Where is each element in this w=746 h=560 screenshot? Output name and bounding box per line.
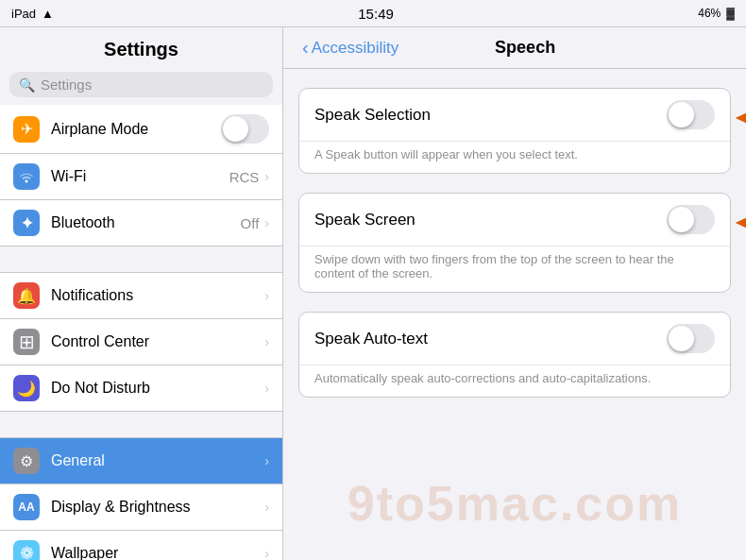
content-header: ‹ Accessibility Speech [283, 27, 746, 69]
speak-selection-description: A Speak button will appear when you sele… [299, 142, 730, 173]
sidebar-item-display[interactable]: AA Display & Brightness › [0, 484, 282, 531]
search-bar[interactable]: 🔍 Settings [9, 72, 273, 97]
general-label: General [51, 452, 264, 469]
speak-auto-text-section: Speak Auto-text Automatically speak auto… [298, 312, 731, 398]
search-icon: 🔍 [19, 77, 35, 93]
watermark: 9to5mac.com [348, 475, 682, 532]
back-button[interactable]: ‹ Accessibility [302, 37, 398, 59]
speak-screen-section: Speak Screen Swipe down with two fingers… [298, 193, 731, 293]
notifications-chevron: › [264, 288, 269, 303]
arrow-annotation-1: ➤ [734, 99, 746, 135]
do-not-disturb-icon: 🌙 [13, 375, 40, 401]
content-title: Speech [398, 38, 652, 58]
control-center-label: Control Center [51, 333, 264, 350]
speak-auto-text-row: Speak Auto-text [299, 313, 730, 365]
search-bar-container: 🔍 Settings [0, 68, 282, 105]
sidebar-item-bluetooth[interactable]: ✦ Bluetooth Off › [0, 200, 282, 246]
sidebar-item-wallpaper[interactable]: ❁ Wallpaper › [0, 531, 282, 560]
sidebar-item-notifications[interactable]: 🔔 Notifications › [0, 273, 282, 319]
speak-selection-row: Speak Selection [299, 89, 730, 142]
general-icon: ⚙ [13, 448, 40, 474]
speak-screen-section-wrapper: Speak Screen Swipe down with two fingers… [283, 193, 746, 293]
control-center-chevron: › [264, 334, 269, 349]
speak-selection-section-wrapper: Speak Selection A Speak button will appe… [283, 88, 746, 174]
sidebar-item-general[interactable]: ⚙ General › [0, 438, 282, 484]
status-bar: iPad ▲ 15:49 46% ▓ [0, 0, 746, 26]
bluetooth-label: Bluetooth [51, 214, 241, 231]
sidebar-item-do-not-disturb[interactable]: 🌙 Do Not Disturb › [0, 365, 282, 412]
do-not-disturb-label: Do Not Disturb [51, 380, 264, 397]
status-left: iPad ▲ [11, 7, 54, 21]
sidebar-item-control-center[interactable]: ⊞ Control Center › [0, 319, 282, 365]
airplane-icon: ✈ [13, 116, 40, 143]
sidebar-list: ✈ Airplane Mode Wi-Fi RCS › [0, 105, 282, 560]
speak-selection-label: Speak Selection [314, 106, 667, 125]
wifi-icon: ▲ [42, 7, 54, 21]
wifi-sidebar-icon [13, 163, 40, 190]
speak-auto-text-label: Speak Auto-text [314, 330, 667, 348]
sidebar: Settings 🔍 Settings ✈ Airplane Mode [0, 27, 283, 560]
airplane-label: Airplane Mode [51, 121, 221, 138]
battery-icon: ▓ [726, 7, 735, 20]
notifications-label: Notifications [51, 287, 264, 304]
wifi-chevron: › [264, 169, 269, 184]
wallpaper-icon: ❁ [13, 540, 40, 560]
back-label[interactable]: Accessibility [312, 39, 399, 58]
main-layout: Settings 🔍 Settings ✈ Airplane Mode [0, 26, 746, 560]
sidebar-item-wifi[interactable]: Wi-Fi RCS › [0, 154, 282, 200]
wallpaper-chevron: › [264, 546, 269, 560]
speak-auto-text-description: Automatically speak auto-corrections and… [299, 365, 730, 397]
wifi-value: RCS [229, 169, 260, 185]
arrow-annotation-2: ➤ [734, 204, 746, 240]
bluetooth-chevron: › [264, 215, 269, 230]
bluetooth-icon: ✦ [13, 210, 40, 236]
speak-screen-label: Speak Screen [314, 211, 667, 229]
content-area: ‹ Accessibility Speech 9to5mac.com Speak… [283, 27, 746, 560]
do-not-disturb-chevron: › [264, 381, 269, 396]
speak-screen-description: Swipe down with two fingers from the top… [299, 246, 730, 292]
display-label: Display & Brightness [51, 499, 264, 516]
display-chevron: › [264, 500, 269, 515]
speak-auto-text-section-wrapper: Speak Auto-text Automatically speak auto… [283, 312, 746, 398]
speak-screen-row: Speak Screen [299, 194, 730, 246]
battery-percent: 46% [698, 7, 721, 20]
divider-2 [0, 412, 282, 438]
speak-screen-toggle[interactable] [667, 205, 715, 234]
bluetooth-value: Off [241, 215, 260, 231]
speak-selection-toggle[interactable] [667, 100, 715, 129]
speak-selection-section: Speak Selection A Speak button will appe… [298, 88, 731, 174]
control-center-icon: ⊞ [13, 329, 40, 355]
sidebar-title: Settings [0, 27, 282, 68]
search-placeholder: Settings [41, 76, 92, 93]
wifi-label: Wi-Fi [51, 168, 229, 185]
speak-auto-text-toggle[interactable] [667, 324, 715, 353]
notifications-icon: 🔔 [13, 282, 40, 309]
wallpaper-label: Wallpaper [51, 545, 264, 560]
display-icon: AA [13, 494, 40, 520]
divider-1 [0, 246, 282, 273]
sidebar-item-airplane[interactable]: ✈ Airplane Mode [0, 105, 282, 154]
back-chevron-icon: ‹ [302, 37, 309, 59]
status-time: 15:49 [358, 6, 394, 22]
airplane-toggle[interactable] [221, 114, 269, 144]
device-label: iPad [11, 7, 36, 21]
status-right: 46% ▓ [698, 7, 735, 20]
general-chevron: › [264, 453, 269, 468]
content-body: 9to5mac.com Speak Selection A Speak butt… [283, 69, 746, 560]
